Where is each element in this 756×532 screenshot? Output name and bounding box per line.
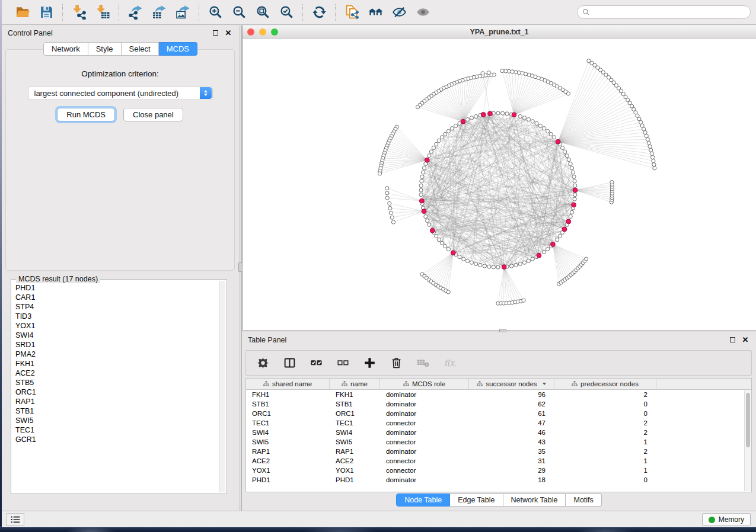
tab-select[interactable]: Select	[122, 42, 159, 56]
cell-predecessor_nodes: 1	[554, 457, 656, 464]
zoom-out-icon[interactable]	[230, 4, 248, 21]
export-network-icon[interactable]	[126, 4, 144, 21]
close-panel-icon[interactable]: ✕	[741, 335, 750, 345]
table-row[interactable]: ORC1ORC1dominator610	[246, 409, 751, 418]
table-row[interactable]: TEC1TEC1connector472	[246, 418, 751, 428]
mcds-result-scrollbar[interactable]	[219, 281, 225, 492]
mcds-result-item[interactable]: YOX1	[15, 321, 218, 331]
tab-network[interactable]: Network	[43, 42, 88, 56]
cell-shared_name: SWI4	[246, 429, 330, 436]
import-table-icon[interactable]	[94, 4, 111, 21]
network-canvas[interactable]	[243, 39, 756, 330]
open-file-icon[interactable]	[14, 4, 31, 21]
table-row[interactable]: YOX1YOX1connector291	[246, 466, 751, 475]
first-neighbors-icon[interactable]	[366, 4, 384, 21]
mcds-result-item[interactable]: STB5	[15, 378, 218, 387]
node-table-body: FKH1FKH1dominator962STB1STB1dominator620…	[246, 390, 751, 485]
mcds-result-item[interactable]: TEC1	[15, 425, 218, 435]
apply-layout-icon[interactable]	[310, 4, 328, 21]
cell-shared_name: YOX1	[246, 467, 330, 474]
mcds-result-item[interactable]: GCR1	[15, 435, 218, 444]
table-row[interactable]: ACE2ACE2connector311	[246, 456, 751, 466]
column-header-name[interactable]: name	[330, 379, 380, 389]
delete-column-icon[interactable]	[389, 356, 403, 370]
table-row[interactable]: SWI4SWI4dominator462	[246, 428, 751, 437]
optimization-criterion-select[interactable]: largest connected component (undirected)	[28, 86, 213, 100]
zoom-selected-icon[interactable]	[277, 4, 295, 21]
add-column-icon[interactable]	[362, 356, 377, 370]
mcds-result-item[interactable]: SWI5	[15, 416, 218, 425]
cell-successor_nodes: 62	[469, 400, 554, 408]
deselect-all-rows-icon[interactable]	[336, 356, 350, 370]
mcds-result-item[interactable]: SWI4	[15, 331, 218, 340]
table-toolbar: f(x)	[245, 350, 752, 376]
tab-node-table[interactable]: Node Table	[396, 493, 450, 507]
close-panel-button[interactable]: Close panel	[123, 108, 183, 121]
column-header-successor-nodes[interactable]: successor nodes	[469, 379, 554, 389]
column-header-shared-name[interactable]: shared name	[246, 379, 330, 389]
mcds-result-item[interactable]: RAP1	[15, 397, 218, 406]
mcds-result-box: MCDS result (17 nodes) PHD1CAR1STP4TID3Y…	[11, 279, 227, 494]
cell-predecessor_nodes: 0	[554, 400, 656, 408]
column-header-MCDS-role[interactable]: MCDS role	[380, 379, 469, 389]
table-options-gear-icon[interactable]	[256, 356, 270, 370]
import-network-icon[interactable]	[70, 4, 88, 21]
float-panel-icon[interactable]	[728, 335, 737, 345]
mcds-result-item[interactable]: ORC1	[15, 387, 218, 397]
table-vertical-scrollbar[interactable]	[744, 390, 751, 491]
export-table-icon[interactable]	[150, 4, 168, 21]
hide-selected-icon[interactable]	[390, 4, 408, 21]
cell-predecessor_nodes: 2	[554, 448, 656, 455]
cell-successor_nodes: 61	[469, 410, 554, 417]
network-view-window: YPA_prune.txt_1	[242, 25, 756, 330]
cell-successor_nodes: 35	[469, 448, 554, 455]
table-row[interactable]: PHD1PHD1dominator180	[246, 475, 751, 485]
cell-name: FKH1	[330, 391, 380, 398]
table-row[interactable]: STB1STB1dominator620	[246, 399, 751, 409]
float-panel-icon[interactable]	[210, 28, 220, 38]
tab-edge-table[interactable]: Edge Table	[450, 493, 503, 507]
scrollbar-thumb[interactable]	[746, 393, 750, 447]
mcds-result-item[interactable]: PMA2	[15, 350, 218, 359]
cell-mcds_role: dominator	[380, 400, 469, 408]
export-image-icon[interactable]	[174, 4, 192, 21]
search-input[interactable]	[593, 8, 745, 17]
search-box	[577, 5, 751, 19]
table-row[interactable]: FKH1FKH1dominator962	[246, 390, 751, 399]
cell-successor_nodes: 31	[469, 457, 554, 464]
sort-caret-icon	[543, 383, 546, 385]
task-history-button[interactable]	[7, 513, 24, 526]
function-builder-icon: f(x)	[442, 356, 457, 370]
zoom-fit-icon[interactable]	[254, 4, 272, 21]
tab-motifs[interactable]: Motifs	[566, 493, 601, 507]
status-bar: Memory	[2, 511, 756, 527]
close-panel-icon[interactable]: ✕	[224, 28, 233, 38]
new-network-from-selection-icon[interactable]	[343, 4, 361, 21]
table-panel-tabs: Node TableEdge TableNetwork TableMotifs	[242, 493, 756, 507]
run-mcds-button[interactable]: Run MCDS	[57, 108, 115, 121]
memory-button[interactable]: Memory	[702, 513, 751, 526]
save-session-icon[interactable]	[37, 4, 55, 21]
tab-mcds[interactable]: MCDS	[159, 42, 197, 56]
tab-style[interactable]: Style	[88, 42, 122, 56]
mcds-result-item[interactable]: ACE2	[15, 368, 218, 378]
zoom-in-icon[interactable]	[206, 4, 224, 21]
cell-predecessor_nodes: 0	[554, 410, 656, 417]
mcds-result-item[interactable]: FKH1	[15, 359, 218, 368]
mcds-tab-content: Optimization criterion: largest connecte…	[5, 49, 235, 271]
select-all-rows-icon[interactable]	[309, 356, 323, 370]
mcds-result-list[interactable]: PHD1CAR1STP4TID3YOX1SWI4SRD1PMA2FKH1ACE2…	[13, 281, 218, 492]
mcds-result-item[interactable]: SRD1	[15, 340, 218, 350]
mcds-result-item[interactable]: STB1	[15, 406, 218, 416]
mcds-result-item[interactable]: PHD1	[15, 283, 218, 293]
dropdown-stepper-icon	[200, 87, 212, 99]
mcds-result-item[interactable]: CAR1	[15, 293, 218, 302]
memory-button-label: Memory	[719, 515, 744, 524]
table-row[interactable]: RAP1RAP1dominator352	[246, 447, 751, 456]
show-columns-icon[interactable]	[282, 356, 296, 370]
table-row[interactable]: SWI5SWI5connector431	[246, 437, 751, 447]
tab-network-table[interactable]: Network Table	[503, 493, 566, 507]
mcds-result-item[interactable]: TID3	[15, 312, 218, 321]
column-header-predecessor-nodes[interactable]: predecessor nodes	[554, 379, 656, 389]
mcds-result-item[interactable]: STP4	[15, 302, 218, 312]
